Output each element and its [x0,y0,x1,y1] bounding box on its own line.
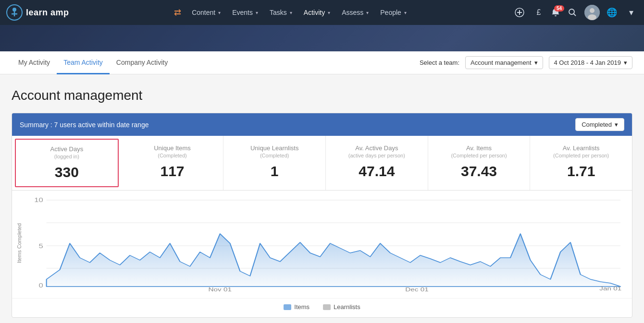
legend-learnlists-label: Learnlists [334,303,360,311]
team-selector[interactable]: Account management ▾ [465,56,543,69]
hero-banner [0,25,644,51]
notification-count: 54 [554,5,564,12]
navbar: learn amp ⇄ Content▾ Events▾ Tasks▾ Acti… [0,0,644,25]
legend-learnlists-icon [323,304,331,310]
notifications-icon[interactable]: 54 [551,8,560,17]
legend-learnlists[interactable]: Learnlists [323,303,360,311]
nav-people[interactable]: People▾ [375,6,411,19]
add-icon[interactable] [512,5,527,20]
nav-assess[interactable]: Assess▾ [337,6,373,19]
svg-text:10: 10 [34,197,43,203]
legend-items-label: Items [294,303,310,311]
metric-unique-items[interactable]: Unique Items (Completed) 117 [122,136,224,190]
date-selector-chevron: ▾ [624,59,627,66]
page-tabs: My Activity Team Activity Company Activi… [0,51,644,74]
nav-events[interactable]: Events▾ [227,6,263,19]
nav-right: £ 54 🌐 ▾ [512,5,638,20]
team-selector-chevron: ▾ [534,59,538,66]
logo-text: learn amp [26,8,69,18]
tab-company-activity[interactable]: Company Activity [110,51,174,74]
team-filter-label: Select a team: [420,59,459,66]
nav-tasks[interactable]: Tasks▾ [265,6,297,19]
summary-text: Summary : 7 users active within date ran… [20,121,149,129]
activity-chart: 10 5 0 Nov 01 Dec 01 Jan 01 2019 [26,195,627,291]
svg-text:Jan 01: Jan 01 [599,286,621,291]
svg-point-11 [588,14,596,20]
completed-chevron: ▾ [615,121,618,128]
date-selector[interactable]: 4 Oct 2018 - 4 Jan 2019 ▾ [549,56,632,69]
svg-point-7 [569,9,574,14]
stats-metrics: Active Days (logged in) 330 Unique Items… [12,136,632,191]
nav-activity[interactable]: Activity▾ [299,6,335,19]
main-content: Account management Summary : 7 users act… [0,74,644,323]
search-icon[interactable] [565,5,580,20]
stats-header: Summary : 7 users active within date ran… [12,113,632,136]
svg-line-8 [574,14,576,16]
logo-icon [6,4,23,21]
y-axis-label: Items Completed [16,223,22,263]
nav-chevron[interactable]: ▾ [624,5,638,20]
tab-my-activity[interactable]: My Activity [12,51,57,74]
shuffle-icon[interactable]: ⇄ [174,7,181,18]
tab-team-activity[interactable]: Team Activity [57,51,110,74]
metric-unique-learnlists[interactable]: Unique Learnlists (Completed) 1 [223,136,326,190]
chart-area: Items Completed [12,191,632,296]
svg-text:5: 5 [38,243,43,249]
page-title: Account management [12,88,632,103]
metric-av-active-days[interactable]: Av. Active Days (active days per person)… [326,136,428,190]
avatar[interactable] [584,5,600,20]
currency-icon[interactable]: £ [532,5,546,20]
svg-point-1 [12,8,16,12]
metric-active-days[interactable]: Active Days (logged in) 330 [15,139,119,187]
chart-legend: Items Learnlists [12,298,632,317]
svg-text:Nov 01: Nov 01 [209,287,232,291]
svg-text:Dec 01: Dec 01 [405,287,428,291]
svg-point-10 [590,8,594,13]
legend-items[interactable]: Items [284,303,310,311]
stats-card: Summary : 7 users active within date ran… [12,113,632,318]
logo[interactable]: learn amp [6,4,73,21]
tab-filters: Select a team: Account management ▾ 4 Oc… [420,56,632,69]
nav-content[interactable]: Content▾ [187,6,225,19]
metric-av-items[interactable]: Av. Items (Completed per person) 37.43 [428,136,531,190]
completed-button[interactable]: Completed ▾ [575,118,624,131]
svg-text:0: 0 [38,282,43,288]
metric-av-learnlists[interactable]: Av. Learnlists (Completed per person) 1.… [530,136,632,190]
legend-items-icon [284,304,291,310]
globe-icon[interactable]: 🌐 [605,5,619,20]
nav-links: ⇄ Content▾ Events▾ Tasks▾ Activity▾ Asse… [73,6,512,19]
